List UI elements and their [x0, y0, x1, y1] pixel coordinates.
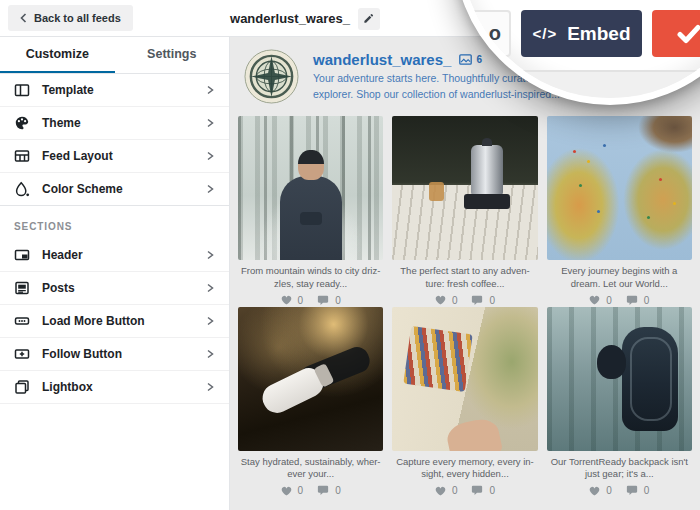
comment-icon — [471, 295, 483, 306]
post-stats: 0 0 — [392, 294, 537, 307]
photo-art — [471, 145, 503, 195]
theme-icon — [14, 115, 30, 131]
post-stats: 0 0 — [547, 294, 692, 307]
post-image-camp-coffee[interactable] — [392, 116, 537, 260]
comment-icon — [471, 485, 483, 496]
post-image-journal-map[interactable] — [392, 307, 537, 451]
sidebar-item-posts[interactable]: Posts — [0, 272, 229, 305]
embed-label: Embed — [567, 23, 630, 45]
post-image-snowy-forest[interactable] — [238, 116, 383, 260]
post-caption: From mountain winds to city driz-zles, s… — [238, 265, 383, 291]
photo-art — [429, 182, 444, 201]
color-scheme-icon — [14, 181, 30, 197]
sidebar-item-theme[interactable]: Theme — [0, 107, 229, 140]
photos-icon — [459, 54, 472, 65]
comment-icon — [317, 485, 329, 496]
photo-art — [444, 416, 503, 451]
chevron-right-icon — [205, 250, 215, 260]
sidebar-item-header[interactable]: Header — [0, 239, 229, 272]
post-count-badge: 6 — [459, 54, 482, 65]
tab-customize[interactable]: Customize — [0, 37, 115, 73]
customizer-sidebar: Customize Settings Template Theme Feed L… — [0, 37, 230, 510]
feed-layout-icon — [14, 148, 30, 164]
checkmark-icon — [676, 23, 700, 45]
post-caption: Every journey begins with adream. Let ou… — [547, 265, 692, 291]
post-image-backpacker[interactable] — [547, 307, 692, 451]
edit-feed-name-button[interactable] — [358, 8, 380, 30]
load-more-icon — [14, 313, 30, 329]
photo-art — [403, 326, 472, 392]
post-stats: 0 0 — [392, 484, 537, 497]
sidebar-item-load-more-button[interactable]: Load More Button — [0, 305, 229, 338]
chevron-right-icon — [205, 283, 215, 293]
comment-icon — [626, 485, 638, 496]
template-icon — [14, 82, 30, 98]
photo-art — [258, 363, 328, 417]
heart-icon — [589, 295, 600, 305]
comment-icon — [317, 295, 329, 306]
sidebar-item-feed-layout[interactable]: Feed Layout — [0, 140, 229, 173]
tab-settings[interactable]: Settings — [115, 37, 230, 73]
photo-art — [280, 176, 342, 260]
posts-icon — [14, 280, 30, 296]
post-image-world-map[interactable] — [547, 116, 692, 260]
profile-username[interactable]: wanderlust_wares_ — [313, 51, 451, 68]
feed-title: wanderlust_wares_ — [230, 11, 350, 26]
heart-icon — [589, 486, 600, 496]
post-card[interactable]: Capture every memory, every in-sight, ev… — [392, 307, 537, 498]
chevron-right-icon — [205, 184, 215, 194]
sidebar-item-follow-button[interactable]: Follow Button — [0, 338, 229, 371]
post-grid: From mountain winds to city driz-zles, s… — [238, 116, 692, 497]
post-card[interactable]: Our TorrentReady backpack isn'tjust gear… — [547, 307, 692, 498]
chevron-right-icon — [205, 349, 215, 359]
save-button[interactable] — [652, 10, 700, 57]
post-caption: Stay hydrated, sustainably, wher-ever yo… — [238, 456, 383, 482]
code-icon: </> — [532, 25, 557, 42]
post-stats: 0 0 — [547, 484, 692, 497]
post-card[interactable]: Stay hydrated, sustainably, wher-ever yo… — [238, 307, 383, 498]
sidebar-item-lightbox[interactable]: Lightbox — [0, 371, 229, 404]
sidebar-item-color-scheme[interactable]: Color Scheme — [0, 173, 229, 206]
photo-art — [622, 327, 678, 431]
chevron-right-icon — [205, 382, 215, 392]
post-caption: Our TorrentReady backpack isn'tjust gear… — [547, 456, 692, 482]
chevron-right-icon — [205, 316, 215, 326]
sidebar-item-template[interactable]: Template — [0, 74, 229, 107]
chevron-right-icon — [205, 151, 215, 161]
embed-button[interactable]: </> Embed — [521, 10, 642, 57]
heart-icon — [281, 486, 292, 496]
post-card[interactable]: The perfect start to any adven-ture: fre… — [392, 116, 537, 307]
post-stats: 0 0 — [238, 294, 383, 307]
header-icon — [14, 247, 30, 263]
post-image-water-bottle[interactable] — [238, 307, 383, 451]
lightbox-icon — [14, 379, 30, 395]
pencil-icon — [363, 13, 374, 24]
app-window: Back to all feeds wanderlust_wares_ Cust… — [0, 0, 700, 510]
post-caption: The perfect start to any adven-ture: fre… — [392, 265, 537, 291]
post-card[interactable]: From mountain winds to city driz-zles, s… — [238, 116, 383, 307]
profile-avatar-compass — [244, 49, 299, 104]
sidebar-tabs: Customize Settings — [0, 37, 229, 74]
post-stats: 0 0 — [238, 484, 383, 497]
follow-icon — [14, 346, 30, 362]
heart-icon — [435, 295, 446, 305]
heart-icon — [281, 295, 292, 305]
post-card[interactable]: Every journey begins with adream. Let ou… — [547, 116, 692, 307]
photo-art — [573, 150, 576, 153]
comment-icon — [626, 295, 638, 306]
chevron-right-icon — [205, 118, 215, 128]
chevron-right-icon — [205, 85, 215, 95]
heart-icon — [435, 486, 446, 496]
feed-preview-panel: wanderlust_wares_ 6 Your adventure start… — [230, 37, 700, 510]
sections-heading: SECTIONS — [0, 206, 229, 239]
post-caption: Capture every memory, every in-sight, ev… — [392, 456, 537, 482]
